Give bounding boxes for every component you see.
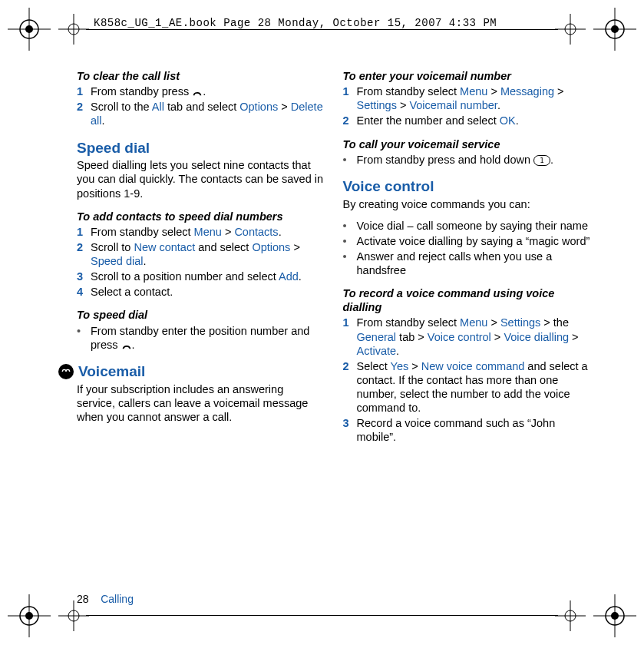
- bullet-dot-icon: •: [343, 219, 354, 233]
- content-area: To clear the call list 1 From standby pr…: [77, 69, 590, 584]
- section-heading-voicemail: Voicemail: [58, 362, 325, 381]
- step-number: 3: [77, 270, 88, 283]
- registration-target-icon: [593, 8, 636, 51]
- bullet: •Answer and reject calls when you use a …: [343, 250, 591, 277]
- bullet: • From standby press and hold down 1.: [343, 153, 591, 167]
- call-icon: [192, 88, 203, 97]
- header-rule: [86, 29, 558, 30]
- step: 1 From standby select Menu > Contacts.: [77, 225, 325, 239]
- bullet-dot-icon: •: [343, 153, 354, 167]
- page-root: K858c_UG_1_AE.book Page 28 Monday, Octob…: [0, 0, 644, 645]
- step: 1 From standby press .: [77, 84, 325, 98]
- step-text: From standby select Menu > Settings > th…: [354, 316, 591, 357]
- running-header: K858c_UG_1_AE.book Page 28 Monday, Octob…: [94, 17, 497, 29]
- bullet: •Voice dial – call someone by saying the…: [343, 219, 591, 233]
- bullet-text: From standby press and hold down 1.: [354, 153, 591, 167]
- step-number: 2: [343, 114, 354, 127]
- footer-rule: [86, 615, 558, 616]
- proc-heading: To clear the call list: [77, 69, 325, 83]
- bullet-dot-icon: •: [343, 250, 354, 277]
- step: 3 Record a voice command such as “John m…: [343, 416, 591, 444]
- step-text: Scroll to New contact and select Options…: [88, 240, 325, 268]
- step: 1 From standby select Menu > Settings > …: [343, 316, 591, 357]
- step-text: Record a voice command such as “John mob…: [354, 416, 591, 444]
- step: 4 Select a contact.: [77, 285, 325, 299]
- step-text: From standby select Menu > Contacts.: [88, 225, 325, 239]
- body-text: If your subscription includes an answeri…: [77, 382, 325, 424]
- bullet-dot-icon: •: [77, 324, 88, 352]
- call-icon: [121, 341, 132, 350]
- proc-heading: To enter your voicemail number: [343, 69, 591, 83]
- body-text: By creating voice commands you can:: [343, 197, 591, 211]
- step-number: 2: [343, 359, 354, 415]
- section-heading: Speed dial: [77, 139, 325, 157]
- proc-heading: To record a voice command using voice di…: [343, 286, 591, 314]
- step-text: Enter the number and select OK.: [354, 114, 591, 127]
- body-text: Speed dialling lets you select nine cont…: [77, 158, 325, 200]
- step-text: From standby press .: [88, 84, 325, 98]
- step: 2 Scroll to New contact and select Optio…: [77, 240, 325, 268]
- step: 1 From standby select Menu > Messaging >…: [343, 84, 591, 112]
- section-name: Calling: [101, 593, 134, 605]
- step-number: 2: [77, 240, 88, 268]
- step-number: 1: [343, 316, 354, 357]
- step-text: From standby select Menu > Messaging > S…: [354, 84, 591, 112]
- step-text: Select Yes > New voice command and selec…: [354, 359, 591, 415]
- step: 2 Select Yes > New voice command and sel…: [343, 359, 591, 415]
- left-column: To clear the call list 1 From standby pr…: [77, 69, 325, 584]
- step: 3 Scroll to a position number and select…: [77, 270, 325, 283]
- proc-heading: To add contacts to speed dial numbers: [77, 210, 325, 223]
- keypad-one-icon: 1: [533, 155, 550, 166]
- step-number: 4: [77, 285, 88, 299]
- bullet-text: Answer and reject calls when you use a h…: [354, 250, 591, 277]
- bullet-text: From standby enter the position number a…: [88, 324, 325, 352]
- registration-target-icon: [593, 594, 636, 637]
- step-number: 1: [343, 84, 354, 112]
- bullet-dot-icon: •: [343, 234, 354, 248]
- crop-mark-icon: [555, 14, 586, 45]
- step-text: Select a contact.: [88, 285, 325, 299]
- step-number: 3: [343, 416, 354, 444]
- voicemail-icon: [58, 364, 74, 379]
- crop-mark-icon: [555, 600, 586, 631]
- section-heading: Voice control: [343, 177, 591, 196]
- crop-mark-icon: [58, 14, 89, 45]
- bullet-text: Activate voice dialling by saying a “mag…: [354, 234, 591, 248]
- step-text: Scroll to the All tab and select Options…: [88, 100, 325, 127]
- bullet: •Activate voice dialling by saying a “ma…: [343, 234, 591, 248]
- step: 2 Scroll to the All tab and select Optio…: [77, 100, 325, 127]
- page-number: 28: [77, 593, 89, 605]
- registration-target-icon: [8, 594, 51, 637]
- crop-mark-icon: [58, 600, 89, 631]
- step-number: 1: [77, 84, 88, 98]
- step: 2 Enter the number and select OK.: [343, 114, 591, 127]
- proc-heading: To call your voicemail service: [343, 137, 591, 151]
- footer: 28 Calling: [77, 593, 134, 605]
- bullet-text: Voice dial – call someone by saying thei…: [354, 219, 591, 233]
- right-column: To enter your voicemail number 1 From st…: [343, 69, 591, 584]
- step-number: 1: [77, 225, 88, 239]
- step-number: 2: [77, 100, 88, 127]
- bullet: • From standby enter the position number…: [77, 324, 325, 352]
- proc-heading: To speed dial: [77, 308, 325, 322]
- step-text: Scroll to a position number and select A…: [88, 270, 325, 283]
- registration-target-icon: [8, 8, 51, 51]
